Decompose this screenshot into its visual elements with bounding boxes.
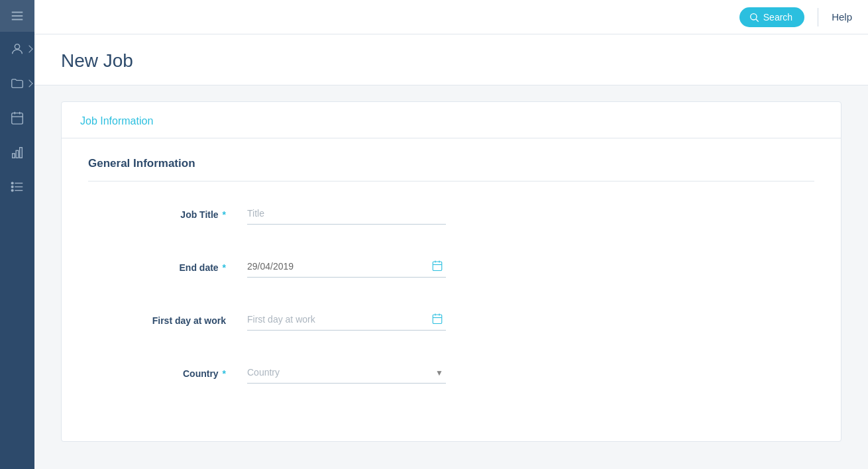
country-select-wrap: Country United States United Kingdom Ger… xyxy=(247,362,446,384)
svg-point-15 xyxy=(11,186,13,188)
top-header: Search Help xyxy=(34,0,868,34)
page-title-area: New Job xyxy=(34,34,868,85)
general-information-section: General Information Job Title * xyxy=(88,157,814,393)
first-day-input-wrap xyxy=(247,309,446,331)
svg-rect-8 xyxy=(13,154,15,158)
svg-rect-10 xyxy=(20,148,23,158)
general-information-title: General Information xyxy=(88,157,814,170)
main-area: Search Help New Job Job Information Gene… xyxy=(34,0,868,469)
sidebar-item-reports[interactable] xyxy=(0,135,34,170)
job-title-required: * xyxy=(220,209,226,220)
sidebar-item-lists[interactable] xyxy=(0,170,34,204)
first-day-calendar-icon[interactable] xyxy=(431,313,443,327)
end-date-calendar-icon[interactable] xyxy=(431,260,443,274)
form-card-title: Job Information xyxy=(80,115,153,127)
country-label: Country * xyxy=(88,362,247,379)
end-date-field: End date * xyxy=(88,256,814,287)
job-title-label: Job Title * xyxy=(88,203,247,220)
svg-rect-19 xyxy=(433,262,442,271)
svg-rect-23 xyxy=(433,315,442,324)
sidebar xyxy=(0,0,34,469)
country-select[interactable]: Country United States United Kingdom Ger… xyxy=(247,362,446,384)
end-date-input-wrap xyxy=(247,256,446,278)
header-divider xyxy=(818,8,818,26)
svg-point-17 xyxy=(750,13,756,19)
form-card: Job Information General Information Job … xyxy=(61,101,841,442)
first-day-field: First day at work xyxy=(88,309,814,340)
first-day-input[interactable] xyxy=(247,309,446,331)
first-day-label: First day at work xyxy=(88,309,247,326)
sidebar-item-files[interactable] xyxy=(0,66,34,101)
country-required: * xyxy=(220,368,226,379)
job-title-input-wrap xyxy=(247,203,446,225)
page-title: New Job xyxy=(61,50,841,72)
job-title-input[interactable] xyxy=(247,203,446,225)
svg-point-16 xyxy=(11,189,13,191)
job-title-field: Job Title * xyxy=(88,203,814,234)
end-date-label: End date * xyxy=(88,256,247,273)
svg-point-14 xyxy=(11,182,13,184)
country-field: Country * Country United States United K… xyxy=(88,362,814,393)
sidebar-item-calendar[interactable] xyxy=(0,101,34,135)
svg-rect-9 xyxy=(16,150,19,158)
search-button[interactable]: Search xyxy=(739,7,804,27)
sidebar-item-people[interactable] xyxy=(0,32,34,66)
page-content: New Job Job Information General Informat… xyxy=(34,34,868,469)
end-date-required: * xyxy=(220,262,226,273)
form-card-header: Job Information xyxy=(62,102,841,138)
svg-rect-4 xyxy=(12,113,23,125)
form-card-body: General Information Job Title * xyxy=(62,138,841,441)
section-divider xyxy=(88,181,814,182)
menu-toggle-button[interactable] xyxy=(0,0,34,32)
svg-point-3 xyxy=(15,44,19,49)
end-date-input[interactable] xyxy=(247,256,446,278)
help-link[interactable]: Help xyxy=(832,11,852,23)
svg-line-18 xyxy=(756,19,759,22)
